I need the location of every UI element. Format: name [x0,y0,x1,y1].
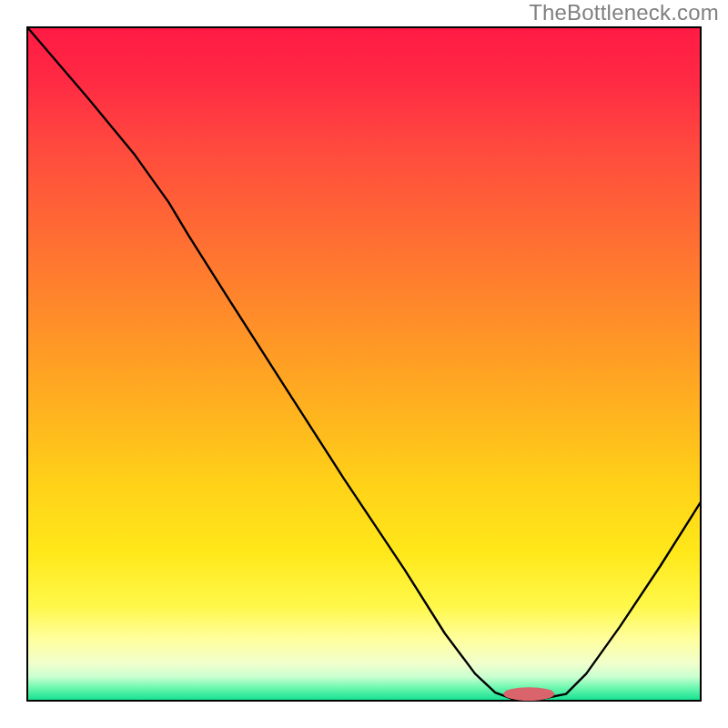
gradient-background [27,27,701,701]
chart-stage: TheBottleneck.com [0,0,728,728]
bottleneck-chart [0,0,728,728]
optimal-marker [503,687,554,701]
watermark-text: TheBottleneck.com [529,0,719,25]
